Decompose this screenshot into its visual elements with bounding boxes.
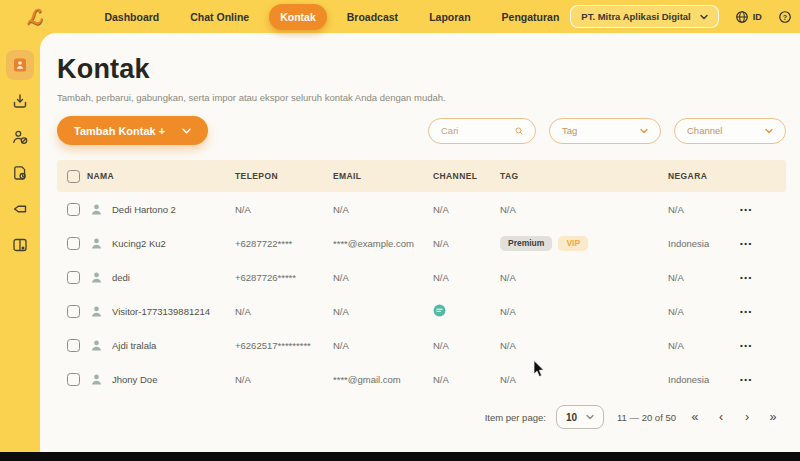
last-page-button[interactable]: »	[760, 410, 786, 424]
contact-avatar-icon	[90, 373, 103, 386]
row-actions-button[interactable]: •••	[740, 341, 786, 350]
nav-kontak[interactable]: Kontak	[269, 4, 327, 30]
contact-phone: N/A	[235, 374, 333, 385]
contact-name: Visitor-1773139881214	[112, 306, 210, 317]
contact-country: N/A	[668, 306, 740, 317]
nav-laporan[interactable]: Laporan	[418, 4, 481, 30]
top-header-bar: ℒ Dashboard Chat Online Kontak Broadcast…	[0, 0, 800, 33]
sidebar-item-segments[interactable]	[6, 230, 34, 260]
chevron-down-icon	[765, 128, 773, 134]
row-actions-button[interactable]: •••	[740, 375, 786, 384]
nav-pengaturan[interactable]: Pengaturan	[491, 4, 571, 30]
contact-tags: N/A	[500, 204, 668, 215]
tag-filter-dropdown[interactable]: Tag	[549, 118, 661, 144]
tag-filter-label: Tag	[562, 125, 577, 136]
header-controls: PT. Mitra Aplikasi Digital ID ? 58	[570, 5, 800, 28]
contact-tags: N/A	[500, 374, 668, 385]
page-title: Kontak	[57, 54, 786, 85]
contact-tags: N/A	[500, 272, 668, 283]
contact-channel	[433, 304, 500, 319]
webchat-channel-icon	[433, 304, 446, 317]
table-row[interactable]: Dedi Hartono 2 N/A N/A N/A N/A N/A •••	[57, 192, 786, 226]
help-button[interactable]: ?	[778, 10, 792, 24]
search-input[interactable]	[441, 125, 515, 136]
channel-filter-dropdown[interactable]: Channel	[674, 118, 786, 144]
table-row[interactable]: Visitor-1773139881214 N/A N/A N/A N/A ••…	[57, 294, 786, 328]
table-row[interactable]: Ajdi tralala +6262517********* N/A N/A N…	[57, 328, 786, 362]
table-row[interactable]: dedi +6287726***** N/A N/A N/A N/A •••	[57, 260, 786, 294]
tag-pill: VIP	[558, 236, 588, 251]
contact-channel: N/A	[433, 238, 500, 249]
table-row[interactable]: Jhony Doe N/A ****@gmail.com N/A N/A Ind…	[57, 362, 786, 396]
page-size-select[interactable]: 10	[556, 405, 604, 429]
bottom-bar	[0, 452, 800, 461]
prev-page-button[interactable]: ‹	[708, 410, 734, 424]
contact-phone: +6287726*****	[235, 272, 333, 283]
row-actions-button[interactable]: •••	[740, 205, 786, 214]
contact-email: N/A	[333, 204, 433, 215]
contact-country: Indonesia	[668, 374, 740, 385]
sidebar	[0, 33, 40, 452]
row-checkbox[interactable]	[67, 305, 80, 318]
sidebar-item-contacts[interactable]	[6, 50, 34, 80]
contact-channel: N/A	[433, 204, 500, 215]
nav-dashboard[interactable]: Dashboard	[93, 4, 170, 30]
main-nav: Dashboard Chat Online Kontak Broadcast L…	[93, 4, 570, 30]
contact-file-icon	[12, 165, 28, 181]
nav-chat-online[interactable]: Chat Online	[179, 4, 260, 30]
row-actions-button[interactable]: •••	[740, 273, 786, 282]
col-negara: NEGARA	[668, 171, 740, 181]
row-checkbox[interactable]	[67, 339, 80, 352]
row-checkbox[interactable]	[67, 373, 80, 386]
blocked-contacts-icon	[12, 129, 28, 145]
toolbar: Tambah Kontak + Tag Channel	[57, 116, 786, 145]
first-page-button[interactable]: «	[682, 410, 708, 424]
sidebar-item-tags[interactable]	[6, 194, 34, 224]
contact-phone: +6287722****	[235, 238, 333, 249]
contact-tags: N/A	[500, 306, 668, 317]
contact-channel: N/A	[433, 272, 500, 283]
page-subtitle: Tambah, perbarui, gabungkan, serta impor…	[57, 92, 786, 103]
chevron-down-icon	[182, 128, 191, 134]
row-actions-button[interactable]: •••	[740, 307, 786, 316]
add-contact-button[interactable]: Tambah Kontak +	[57, 116, 208, 145]
table-body: Dedi Hartono 2 N/A N/A N/A N/A N/A ••• K…	[57, 192, 786, 396]
search-box[interactable]	[428, 118, 536, 144]
contact-name: Kucing2 Ku2	[112, 238, 166, 249]
globe-icon	[735, 10, 749, 24]
sidebar-item-import-export[interactable]	[6, 86, 34, 116]
nav-broadcast[interactable]: Broadcast	[336, 4, 409, 30]
row-checkbox[interactable]	[67, 271, 80, 284]
contact-phone: N/A	[235, 204, 333, 215]
contact-phone: +6262517*********	[235, 340, 333, 351]
chevron-down-icon	[640, 128, 648, 134]
col-channel: CHANNEL	[433, 171, 500, 181]
sidebar-item-contact-files[interactable]	[6, 158, 34, 188]
language-code: ID	[753, 12, 762, 22]
table-row[interactable]: Kucing2 Ku2 +6287722**** ****@example.co…	[57, 226, 786, 260]
pagination-bar: Item per page: 10 11 — 20 of 50 « ‹ › »	[57, 405, 786, 429]
items-per-page-label: Item per page:	[485, 412, 546, 423]
next-page-button[interactable]: ›	[734, 410, 760, 424]
svg-text:?: ?	[783, 13, 787, 20]
sidebar-item-blocked-contacts[interactable]	[6, 122, 34, 152]
contact-channel: N/A	[433, 340, 500, 351]
select-all-checkbox[interactable]	[67, 170, 80, 183]
contact-country: N/A	[668, 340, 740, 351]
chevron-down-icon	[586, 414, 594, 420]
row-checkbox[interactable]	[67, 203, 80, 216]
channel-filter-label: Channel	[687, 125, 722, 136]
contact-email: ****@example.com	[333, 238, 433, 249]
contact-avatar-icon	[90, 203, 103, 216]
contact-email: N/A	[333, 340, 433, 351]
col-tag: TAG	[500, 171, 668, 181]
tag-icon	[12, 201, 28, 217]
contact-avatar-icon	[90, 339, 103, 352]
row-actions-button[interactable]: •••	[740, 239, 786, 248]
row-checkbox[interactable]	[67, 237, 80, 250]
language-switcher[interactable]: ID	[735, 10, 762, 24]
filter-bar: Tag Channel	[428, 118, 786, 144]
contact-country: N/A	[668, 204, 740, 215]
import-export-icon	[12, 93, 28, 109]
company-selector[interactable]: PT. Mitra Aplikasi Digital	[570, 5, 718, 28]
